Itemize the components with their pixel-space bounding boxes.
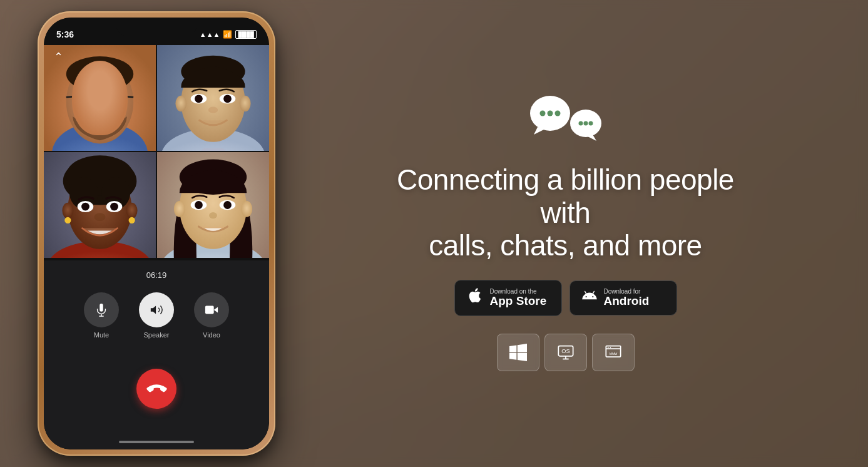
status-icons: ▲▲▲ 📶 ████	[200, 30, 257, 39]
phone-screen: 5:36 ▲▲▲ 📶 ████ ⌃	[44, 18, 269, 449]
wifi-icon: 📶	[223, 30, 232, 39]
right-panel: Connecting a billion people with calls, …	[275, 96, 818, 372]
bubble-big-container	[529, 96, 571, 137]
android-button[interactable]: Download for Android	[569, 280, 677, 316]
speaker-label: Speaker	[144, 331, 170, 339]
svg-point-52	[209, 212, 217, 218]
face-asian-man	[157, 45, 269, 151]
video-cell-2	[157, 45, 269, 151]
status-time: 5:36	[56, 29, 74, 39]
svg-rect-8	[76, 93, 94, 105]
svg-point-54	[241, 201, 252, 217]
wechat-logo	[529, 96, 603, 143]
svg-marker-58	[214, 307, 218, 312]
svg-point-64	[554, 110, 560, 116]
svg-point-6	[107, 93, 121, 104]
app-store-small-text: Download on the	[490, 288, 547, 295]
back-button[interactable]: ⌃	[54, 50, 63, 64]
app-store-text: Download on the App Store	[490, 288, 547, 308]
windows-icon	[509, 344, 527, 361]
apple-desktop-icon: OS	[557, 344, 574, 361]
video-grid	[44, 45, 269, 258]
control-buttons: Mute	[84, 292, 229, 339]
phone-frame: 5:36 ▲▲▲ 📶 ████ ⌃	[38, 11, 275, 456]
mute-label: Mute	[94, 331, 109, 339]
svg-point-40	[126, 203, 138, 219]
video-cell-3	[44, 152, 156, 258]
svg-point-7	[110, 94, 118, 102]
app-store-big-text: App Store	[490, 295, 547, 308]
web-icon: www	[605, 344, 622, 361]
headline: Connecting a billion people with calls, …	[372, 163, 760, 263]
android-icon	[581, 287, 598, 309]
mute-circle	[84, 292, 119, 327]
download-buttons: Download on the App Store Download for A…	[454, 280, 677, 316]
svg-text:OS: OS	[561, 348, 569, 354]
svg-point-35	[81, 203, 89, 211]
battery-icon: ████	[235, 30, 257, 39]
svg-point-19	[195, 95, 203, 103]
bubble-small-container	[569, 110, 603, 143]
svg-point-62	[539, 110, 545, 116]
signal-icon: ▲▲▲	[200, 31, 220, 38]
svg-line-12	[123, 96, 134, 97]
end-call-button[interactable]	[136, 369, 176, 409]
svg-point-4	[78, 93, 93, 104]
android-text: Download for Android	[604, 288, 650, 308]
svg-rect-59	[205, 306, 214, 314]
face-asian-woman	[157, 152, 269, 258]
svg-point-42	[129, 217, 135, 223]
call-timer: 06:19	[146, 270, 167, 280]
mute-button[interactable]: Mute	[84, 292, 119, 339]
video-label: Video	[203, 331, 220, 339]
svg-point-49	[195, 201, 203, 209]
svg-point-51	[223, 201, 232, 209]
svg-point-68	[583, 121, 588, 125]
app-store-button[interactable]: Download on the App Store	[454, 280, 562, 316]
call-controls: 06:19	[44, 260, 269, 449]
video-circle	[194, 292, 229, 327]
headline-line2: calls, chats, and more	[429, 229, 702, 262]
svg-point-23	[175, 96, 186, 112]
video-cell-4	[157, 152, 269, 258]
svg-rect-9	[105, 93, 123, 105]
svg-rect-25	[201, 148, 225, 151]
page-content: 5:36 ▲▲▲ 📶 ████ ⌃	[0, 0, 868, 467]
svg-point-24	[240, 96, 251, 112]
svg-point-63	[547, 110, 553, 116]
macos-button[interactable]: OS	[544, 334, 587, 371]
svg-point-38	[94, 213, 106, 221]
bubble-small-svg	[569, 110, 603, 141]
svg-point-77	[610, 347, 611, 348]
svg-point-5	[81, 94, 89, 102]
svg-point-41	[64, 217, 71, 223]
svg-point-39	[62, 203, 73, 219]
svg-point-67	[578, 121, 583, 125]
svg-point-37	[110, 203, 118, 211]
platform-buttons: OS www	[497, 334, 635, 371]
headline-line1: Connecting a billion people with	[397, 163, 734, 229]
bubble-big-svg	[529, 96, 571, 135]
svg-text:www: www	[609, 351, 617, 356]
svg-point-22	[208, 107, 218, 113]
svg-point-3	[66, 56, 133, 91]
web-button[interactable]: www	[592, 334, 635, 371]
svg-line-11	[66, 96, 77, 97]
speaker-button[interactable]: Speaker	[139, 292, 174, 339]
face-black-woman	[44, 152, 156, 258]
speaker-circle	[139, 292, 174, 327]
home-indicator	[119, 441, 194, 443]
svg-marker-57	[151, 306, 156, 314]
phone-inner: 5:36 ▲▲▲ 📶 ████ ⌃	[44, 18, 269, 449]
video-button[interactable]: Video	[194, 292, 229, 339]
svg-point-53	[174, 201, 185, 217]
svg-marker-61	[534, 127, 546, 135]
android-small-text: Download for	[604, 288, 650, 295]
android-big-text: Android	[604, 295, 650, 308]
phone-notch	[116, 18, 197, 36]
svg-point-76	[607, 347, 608, 348]
svg-point-21	[223, 95, 232, 103]
phone-mockup: 5:36 ▲▲▲ 📶 ████ ⌃	[38, 11, 275, 456]
svg-point-69	[588, 121, 593, 125]
windows-button[interactable]	[497, 334, 539, 371]
